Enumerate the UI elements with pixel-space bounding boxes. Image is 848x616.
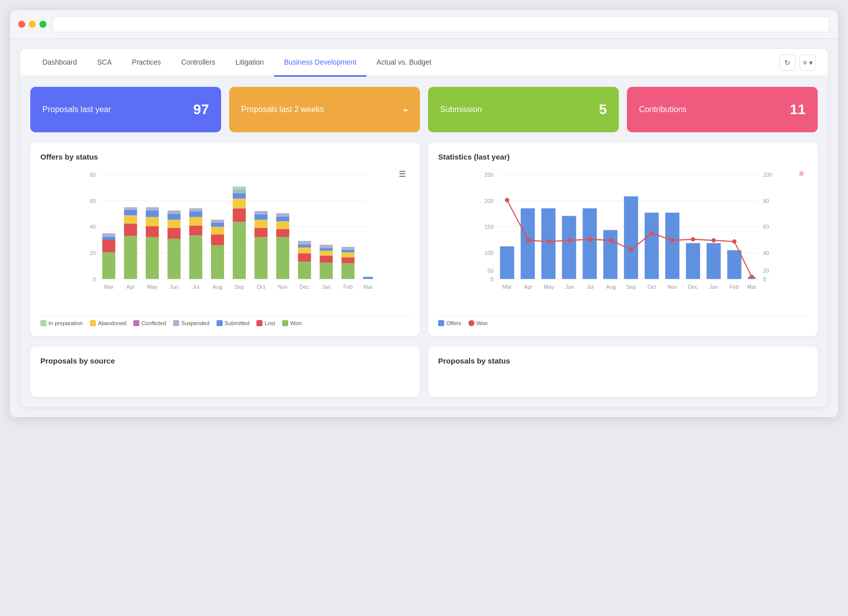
svg-rect-23: [146, 207, 159, 210]
dot-red[interactable]: [18, 21, 25, 28]
svg-rect-47: [254, 220, 268, 228]
nav-actions: ↻ ≡ ▾: [779, 55, 816, 71]
svg-rect-107: [624, 196, 638, 279]
kpi-proposals-last-2-weeks: Proposals last 2 weeks -: [229, 87, 420, 132]
menu-icon: ≡ ▾: [803, 59, 812, 67]
svg-text:200: 200: [485, 198, 494, 204]
legend-conflicted: Conflicted: [133, 320, 166, 326]
svg-rect-101: [500, 246, 514, 279]
svg-rect-38: [211, 220, 224, 222]
svg-text:Jul: Jul: [587, 284, 594, 290]
svg-rect-111: [707, 243, 721, 279]
address-bar[interactable]: [52, 16, 830, 32]
svg-point-126: [750, 275, 754, 279]
svg-rect-48: [254, 214, 268, 220]
svg-rect-63: [320, 248, 333, 250]
nav-business-development[interactable]: Business Development: [274, 49, 366, 77]
svg-text:Apr: Apr: [524, 284, 533, 290]
svg-point-118: [588, 237, 593, 242]
svg-rect-65: [341, 263, 354, 279]
svg-text:Feb: Feb: [343, 284, 353, 290]
nav-practices[interactable]: Practices: [122, 49, 171, 77]
svg-rect-19: [146, 237, 159, 279]
svg-rect-58: [298, 244, 311, 247]
svg-rect-104: [562, 216, 576, 279]
svg-rect-39: [233, 222, 246, 279]
proposals-status-title: Proposals by status: [438, 356, 808, 365]
svg-text:100: 100: [485, 250, 494, 256]
svg-text:Dec: Dec: [688, 284, 698, 290]
proposals-by-status-card: Proposals by status: [428, 346, 818, 397]
svg-rect-31: [189, 217, 202, 226]
svg-rect-26: [168, 220, 181, 228]
legend-won-line: Won: [468, 320, 488, 326]
svg-rect-46: [254, 228, 268, 237]
svg-point-125: [732, 239, 736, 244]
svg-rect-40: [233, 209, 246, 222]
svg-point-122: [670, 238, 675, 243]
nav-actual-vs-budget[interactable]: Actual vs. Budget: [366, 49, 442, 77]
svg-text:80: 80: [90, 172, 96, 178]
main-content: Dashboard SCA Practices Controllers Liti…: [10, 39, 838, 417]
kpi-label-proposals-last-2-weeks: Proposals last 2 weeks: [241, 105, 324, 114]
svg-rect-68: [341, 249, 354, 252]
dot-yellow[interactable]: [29, 21, 36, 28]
svg-rect-67: [341, 252, 354, 258]
svg-rect-51: [276, 229, 289, 237]
proposals-by-source-card: Proposals by source: [30, 346, 420, 397]
svg-rect-112: [727, 250, 741, 279]
legend-abandoned: Abandoned: [90, 320, 126, 326]
svg-text:Mar: Mar: [363, 284, 373, 290]
svg-rect-108: [645, 213, 659, 279]
svg-rect-41: [233, 198, 246, 208]
svg-text:150: 150: [485, 224, 494, 230]
offers-chart-title: Offers by status: [40, 152, 410, 161]
svg-rect-17: [124, 210, 137, 216]
svg-rect-34: [211, 245, 224, 279]
svg-rect-66: [341, 257, 354, 263]
refresh-button[interactable]: ↻: [779, 55, 796, 71]
dot-green[interactable]: [39, 21, 46, 28]
nav-controllers[interactable]: Controllers: [171, 49, 226, 77]
browser-dots: [18, 21, 46, 28]
svg-rect-21: [146, 217, 159, 226]
statistics-chart-menu-icon[interactable]: ≡: [799, 169, 804, 178]
kpi-label-contributions: Contributions: [639, 105, 686, 114]
svg-text:Sep: Sep: [626, 284, 636, 290]
charts-row: Offers by status ☰ 80 60: [20, 142, 828, 346]
offers-chart-menu-icon[interactable]: ☰: [399, 169, 406, 179]
svg-rect-62: [320, 251, 333, 256]
svg-rect-12: [102, 237, 116, 240]
nav-sca[interactable]: SCA: [87, 49, 122, 77]
svg-rect-110: [686, 243, 700, 279]
kpi-contributions: Contributions 11: [627, 87, 818, 132]
svg-rect-18: [124, 207, 137, 210]
svg-rect-43: [233, 190, 246, 193]
svg-text:Oct: Oct: [648, 284, 656, 290]
svg-rect-30: [189, 226, 202, 235]
nav-dashboard[interactable]: Dashboard: [32, 49, 87, 77]
nav-litigation[interactable]: Litigation: [226, 49, 274, 77]
svg-rect-53: [276, 217, 289, 222]
svg-point-114: [505, 198, 509, 202]
legend-in-preparation: In preparation: [40, 320, 83, 326]
legend-offers: Offers: [438, 320, 461, 326]
svg-text:40: 40: [90, 224, 96, 230]
offers-chart-legend: In preparation Abandoned Conflicted: [40, 316, 410, 326]
offers-chart-area: ☰ 80 60 40 20: [40, 169, 410, 311]
legend-won: Won: [282, 320, 301, 326]
svg-point-123: [691, 237, 696, 242]
statistics-chart-legend: Offers Won: [438, 316, 808, 326]
svg-text:Aug: Aug: [213, 284, 222, 290]
svg-text:0: 0: [93, 276, 96, 282]
svg-rect-37: [211, 223, 224, 227]
svg-point-124: [712, 238, 716, 243]
svg-text:20: 20: [90, 250, 96, 256]
svg-text:60: 60: [763, 224, 769, 230]
svg-rect-56: [298, 253, 311, 262]
svg-text:Oct: Oct: [257, 284, 266, 290]
menu-button[interactable]: ≡ ▾: [800, 55, 816, 71]
svg-rect-69: [341, 247, 354, 249]
svg-rect-106: [603, 230, 617, 279]
svg-text:May: May: [544, 284, 554, 290]
